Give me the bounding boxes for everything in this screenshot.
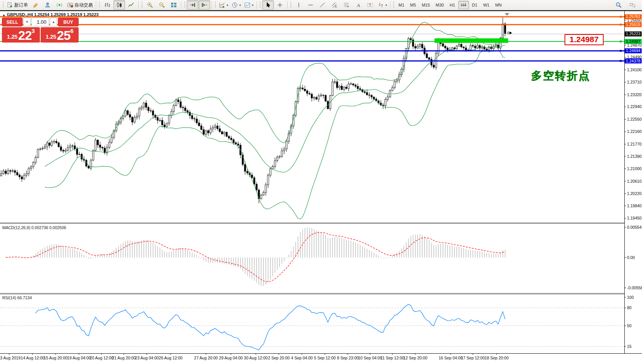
templates-icon [244,2,250,8]
timeframe-m5-button[interactable]: M5 [407,1,418,9]
svg-text:1.25223: 1.25223 [626,31,640,36]
timeframe-mn-button[interactable]: MN [492,1,504,9]
zoom-out-button[interactable] [156,0,168,10]
equidistant-channel-button[interactable]: E [329,0,340,10]
dropdown-caret-icon[interactable]: ▾ [252,3,254,7]
timeframe-m1-button[interactable]: M1 [396,1,407,9]
dropdown-caret-icon[interactable]: ▾ [239,3,241,7]
macd-label: MACD(12,26,9) 0.002736 0.002506 [2,225,66,230]
price-tick-label: 1.21390 [627,154,642,159]
timeframe-w1-button[interactable]: W1 [481,1,492,9]
chart-window: 1.24987多空转折点▲GBPUSD-,H4 1.25254 1.25269 … [0,10,642,364]
time-tick-label: 8 Sep 23:00 [337,356,359,360]
timeframe-m15-button[interactable]: M15 [419,1,433,9]
toolbar-drag-handle[interactable] [142,2,143,8]
indicators-button[interactable]: ▾ [217,0,230,10]
auto-trading-button[interactable]: 自动交易 [66,0,94,10]
trendline-icon [319,2,326,8]
window-collapse-icon[interactable]: ▲ [2,13,5,17]
svg-text:1.25761: 1.25761 [626,14,640,19]
chat-button[interactable] [627,0,638,10]
time-tick-label: 2 Sep 20:00 [268,356,290,360]
search-button[interactable] [613,0,624,10]
timeframe-m30-button[interactable]: M30 [433,1,446,9]
autotrading-icon [67,2,73,8]
svg-text:1.25515: 1.25515 [626,22,640,27]
time-tick-label: 4 Sep 04:00 [291,356,313,360]
arrows-button[interactable]: ▾ [376,0,388,10]
chart-canvas[interactable]: 1.24987多空转折点▲GBPUSD-,H4 1.25254 1.25269 … [0,11,642,364]
dropdown-caret-icon[interactable]: ▾ [227,3,228,7]
sell-price-base: 1.25 [7,32,17,41]
toolbar: 新订单自动交易▾▾▾EFAT▾M1M5M15M30H1H4D1W1MN [0,0,642,10]
time-tick-label: 18 Sep 20:00 [485,356,509,360]
timeframe-d1-button[interactable]: D1 [469,1,480,9]
price-badge: 1.24378 [625,59,642,64]
arrows-icon [378,2,384,8]
toolbar-drag-handle[interactable] [290,2,291,8]
periods-button[interactable]: ▾ [230,0,242,10]
sell-price-pip: 3 [31,28,35,34]
chart-shift-button[interactable] [199,0,210,10]
trendline-button[interactable] [317,0,328,10]
supply-zone-rectangle[interactable] [435,38,508,43]
candlestick-icon [116,2,122,8]
autoscroll-icon [189,2,196,8]
volume-decrease-button[interactable]: ▼ [23,18,31,26]
toolbar-drag-handle[interactable] [99,2,100,8]
toolbar-drag-handle[interactable] [3,2,4,8]
zoom-in-button[interactable] [144,0,156,10]
line-chart-icon [128,2,134,8]
candlestick-chart-button[interactable] [114,0,125,10]
auto-scroll-button[interactable] [187,0,198,10]
price-badge: 1.25761 [625,14,642,19]
tile-windows-button[interactable] [168,0,179,10]
horizontal-line-button[interactable] [305,0,316,10]
time-tick-label: 12 Sep 20:00 [403,356,428,360]
rsi-tick-label: 80 [627,305,632,310]
buy-button[interactable]: BUY [58,18,79,26]
sell-price-tile[interactable]: 1.25223 [2,27,40,43]
styles-icon [33,2,39,8]
rsi-tick-label: 15 [627,344,632,349]
crosshair-button[interactable] [274,0,286,10]
timeframe-h1-button[interactable]: H1 [447,1,458,9]
time-tick-label: 30 Aug 12:00 [244,356,268,360]
templates-button[interactable]: ▾ [243,0,255,10]
toolbar-drag-handle[interactable] [260,2,261,8]
text-label-button[interactable]: T [364,0,376,10]
buy-price-main: 25 [57,30,71,41]
new-order-button[interactable]: 新订单 [5,0,30,10]
bar-chart-button[interactable] [102,0,113,10]
price-tick-label: 1.21770 [627,142,642,146]
cursor-button[interactable] [262,0,274,10]
chinese-annotation-text[interactable]: 多空转折点 [531,70,591,82]
market-watch-button[interactable] [42,0,53,10]
buy-price-tile[interactable]: 1.25256 [41,27,79,43]
price-tick-label: 1.22940 [627,104,642,109]
fibonacci-button[interactable]: F [341,0,352,10]
crosshair-icon [277,2,283,8]
chart-title-ohlc: GBPUSD-,H4 1.25254 1.25269 1.25219 1.252… [7,12,99,17]
chart-styles-button[interactable] [30,0,41,10]
sell-button[interactable]: SELL [2,18,23,26]
timeframe-h4-button[interactable]: H4 [458,1,469,9]
line-chart-button[interactable] [125,0,137,10]
vertical-line-button[interactable] [293,0,305,10]
periods-icon [232,2,238,8]
dropdown-caret-icon[interactable]: ▾ [385,3,387,7]
time-tick-label: 19 Aug 04:00 [67,356,91,360]
price-tick-label: 1.24100 [627,67,642,72]
text-icon: A [355,2,361,8]
price-tick-label: 1.19450 [627,216,642,220]
volume-input[interactable]: 1.00 [31,18,49,26]
time-tick-label: 20 Aug 12:00 [90,356,114,360]
price-annotation-text: 1.24987 [570,35,599,44]
toolbar-drag-handle[interactable] [215,2,216,8]
signals-button[interactable] [54,0,65,10]
text-button[interactable]: A [352,0,364,10]
volume-increase-button[interactable]: ▲ [50,18,57,26]
toolbar-drag-handle[interactable] [184,2,185,8]
indicators-icon [219,2,225,8]
time-tick-label: 11 Sep 12:00 [380,356,404,360]
